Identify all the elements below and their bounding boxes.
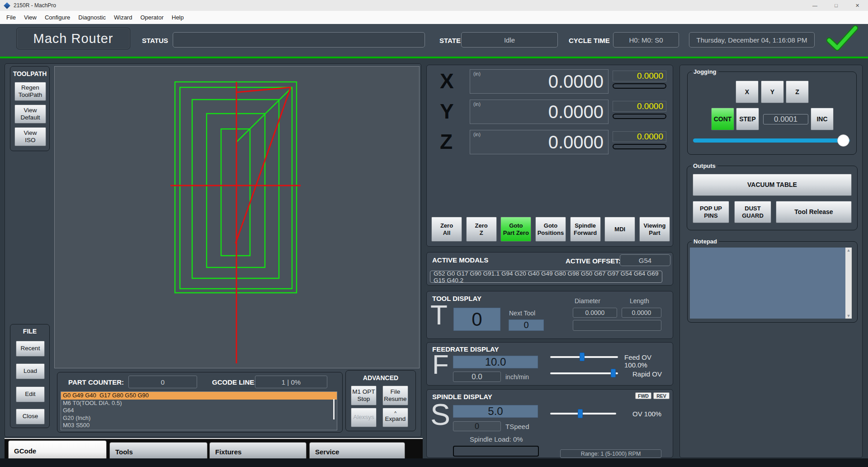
- close-button[interactable]: ✕: [847, 0, 868, 11]
- part-counter-field: 0: [128, 376, 197, 388]
- spindle-ov-slider-track[interactable]: [550, 413, 616, 415]
- rapid-ov-label: Rapid OV: [632, 370, 662, 378]
- file-edit-button[interactable]: Edit: [16, 386, 45, 402]
- regen-toolpath-button[interactable]: Regen ToolPath: [14, 82, 46, 101]
- menu-help[interactable]: Help: [168, 14, 188, 21]
- tool-info-field: [573, 320, 661, 331]
- spindle-ov-slider-handle[interactable]: [578, 409, 583, 418]
- vacuum-table-button[interactable]: VACUUM TABLE: [693, 174, 852, 196]
- view-iso-button[interactable]: View ISO: [14, 127, 46, 146]
- spindle-fwd-button[interactable]: FWD: [635, 392, 651, 399]
- notepad-scrollbar[interactable]: ▲ ▼: [845, 248, 852, 319]
- current-tool-field[interactable]: 0: [453, 308, 500, 331]
- view-default-button[interactable]: View Default: [14, 105, 46, 124]
- rapid-ov-slider-handle[interactable]: [611, 369, 616, 377]
- gcode-scrollbar-thumb[interactable]: [333, 399, 335, 419]
- status-label: STATUS: [142, 37, 168, 44]
- axis-x-load-bar: [613, 83, 666, 89]
- zero-z-button[interactable]: ZeroZ: [466, 217, 497, 242]
- tool-release-button[interactable]: Tool Release: [776, 201, 852, 223]
- toolpath-green-line-0: [236, 87, 292, 142]
- notepad-legend: Notepad: [692, 238, 719, 244]
- toolpath-viewport[interactable]: [54, 66, 420, 368]
- spindle-letter: S: [430, 400, 450, 429]
- logo-text: Mach Router: [33, 31, 113, 46]
- rapid-ov-slider-track[interactable]: [550, 372, 618, 374]
- gcode-info-box: PART COUNTER: 0 GCODE LINE: 1 | 0% G0 G4…: [57, 372, 343, 433]
- advanced-group: ADVANCED M1 OPTStop FileResume Alexsys ^…: [345, 370, 416, 431]
- spindle-display-box: SPINDLE DISPLAY FWD REV S 5.0 0 TSpeed S…: [426, 389, 673, 458]
- notepad-textarea[interactable]: [690, 248, 852, 319]
- axis-z-label: Z: [440, 131, 453, 152]
- axis-x-dro[interactable]: (in) 0.0000: [470, 69, 609, 94]
- minimize-button[interactable]: —: [804, 0, 826, 11]
- gcode-line-label: GCODE LINE:: [212, 378, 256, 386]
- axis-z-dro[interactable]: (in) 0.0000: [470, 130, 609, 154]
- jog-increment-field[interactable]: 0.0001: [763, 114, 808, 124]
- jog-speed-slider-handle[interactable]: [837, 134, 849, 147]
- gcode-line[interactable]: G20 (Inch): [61, 415, 337, 422]
- gcode-list[interactable]: G0 G49 G40 G17 G80 G50 G90 M6 T0(TOOL DI…: [61, 391, 337, 430]
- menu-operator[interactable]: Operator: [136, 14, 167, 21]
- jog-step-button[interactable]: STEP: [736, 108, 759, 130]
- jog-z-button[interactable]: Z: [786, 81, 809, 103]
- scroll-down-icon[interactable]: ▼: [847, 313, 851, 319]
- gcode-line[interactable]: M03 S500: [61, 422, 337, 429]
- mdi-button[interactable]: MDI: [604, 217, 635, 242]
- jogging-legend: Jogging: [692, 69, 718, 75]
- toolpath-group-title: TOOLPATH: [10, 70, 49, 77]
- state-field: Idle: [461, 32, 558, 48]
- spindle-set-field[interactable]: 5.0: [453, 405, 538, 418]
- dust-guard-button[interactable]: DUSTGUARD: [734, 201, 771, 223]
- goto-part-zero-button[interactable]: GotoPart Zero: [500, 217, 531, 242]
- next-tool-field[interactable]: 0: [509, 319, 544, 331]
- expand-button[interactable]: ^ Expand: [382, 408, 408, 427]
- window-bottom-edge: [0, 458, 868, 467]
- spindle-range-field: Range: 1 (5-1000) RPM: [560, 449, 661, 458]
- outputs-legend: Outputs: [691, 163, 717, 169]
- status-field: [173, 32, 425, 48]
- active-offset-field: G54: [620, 254, 670, 266]
- menu-configure[interactable]: Configure: [41, 14, 74, 21]
- spindle-forward-button[interactable]: SpindleForward: [570, 217, 601, 242]
- state-label: STATE: [439, 37, 461, 44]
- pop-up-pins-button[interactable]: POP UPPINS: [693, 201, 729, 223]
- gcode-line[interactable]: G64: [61, 407, 337, 415]
- gcode-line-selected[interactable]: G0 G49 G40 G17 G80 G50 G90: [61, 392, 337, 400]
- feed-ov-slider-handle[interactable]: [580, 353, 585, 361]
- menu-diagnostic[interactable]: Diagnostic: [74, 14, 110, 21]
- zero-all-button[interactable]: ZeroAll: [431, 217, 462, 242]
- alexsys-button[interactable]: Alexsys: [351, 408, 377, 427]
- menu-view[interactable]: View: [20, 14, 41, 21]
- tool-letter: T: [430, 301, 448, 329]
- chevron-up-icon: ^: [394, 412, 396, 415]
- maximize-button[interactable]: □: [826, 0, 847, 11]
- goto-positions-button[interactable]: GotoPositions: [535, 217, 566, 242]
- tool-diameter-field: 0.0000: [573, 308, 617, 318]
- menu-wizard[interactable]: Wizard: [110, 14, 136, 21]
- jog-cont-button[interactable]: CONT: [711, 108, 734, 130]
- axis-y-dtg: 0.0000: [613, 101, 666, 112]
- menu-file[interactable]: File: [2, 14, 20, 21]
- spindle-rev-button[interactable]: REV: [653, 392, 670, 399]
- file-close-button[interactable]: Close: [16, 409, 45, 424]
- gcode-line[interactable]: M6 T0(TOOL DIA. 0.5): [61, 400, 337, 407]
- jog-x-button[interactable]: X: [736, 81, 759, 103]
- viewing-part-button[interactable]: ViewingPart: [639, 217, 670, 242]
- jog-inc-button[interactable]: INC: [811, 108, 834, 130]
- scroll-up-icon[interactable]: ▲: [847, 248, 851, 253]
- file-recent-button[interactable]: Recent: [16, 341, 45, 357]
- axis-x-dtg: 0.0000: [613, 71, 666, 81]
- feedrate-units-label: inch/min: [505, 373, 529, 381]
- file-resume-button[interactable]: FileResume: [382, 386, 408, 405]
- logo: Mach Router: [16, 28, 130, 49]
- file-load-button[interactable]: Load: [16, 363, 45, 379]
- window-controls: — □ ✕: [804, 0, 868, 11]
- axis-y-dro[interactable]: (in) 0.0000: [470, 100, 609, 124]
- feedrate-set-field[interactable]: 10.0: [453, 356, 538, 368]
- tool-length-field: 0.0000: [622, 308, 661, 318]
- jog-speed-slider-track[interactable]: [693, 138, 850, 143]
- jog-y-button[interactable]: Y: [761, 81, 784, 103]
- toolpath-rect-4: [221, 129, 250, 256]
- m1-opt-stop-button[interactable]: M1 OPTStop: [351, 386, 377, 405]
